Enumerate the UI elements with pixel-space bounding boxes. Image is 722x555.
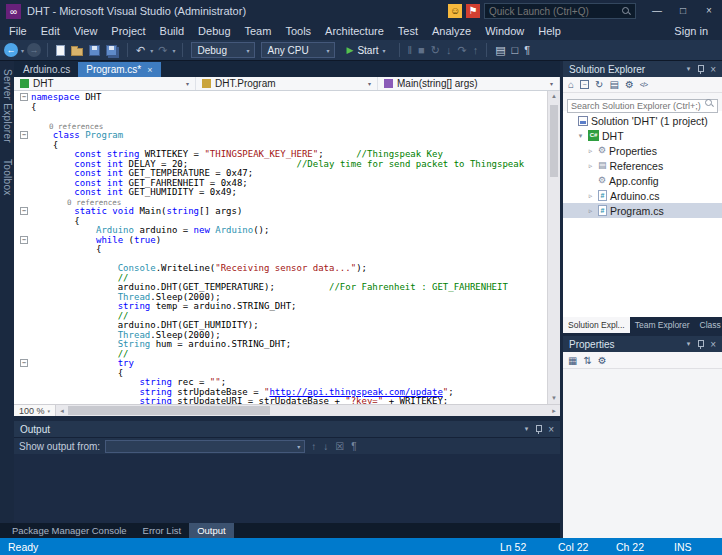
close-button[interactable]: × xyxy=(696,2,722,20)
undo-icon[interactable]: ↶ xyxy=(134,43,147,57)
step-into-icon[interactable]: ↓ xyxy=(444,43,454,57)
undo-dropdown-icon[interactable]: ▾ xyxy=(150,47,153,54)
pin-icon[interactable] xyxy=(696,339,704,349)
menu-item-file[interactable]: File xyxy=(2,23,34,39)
editor-vertical-scrollbar[interactable]: ▲ ▼ xyxy=(547,91,560,404)
panel-tab-class-view[interactable]: Class View xyxy=(695,317,722,333)
document-tab-arduino-cs[interactable]: Arduino.cs xyxy=(15,62,78,77)
side-tab-server-explorer[interactable]: Server Explorer xyxy=(1,61,14,151)
maximize-button[interactable]: □ xyxy=(670,2,696,20)
refresh-icon[interactable]: ↻ xyxy=(595,79,603,90)
solution-platforms-dropdown[interactable]: Any CPU ▾ xyxy=(261,42,335,58)
menu-item-edit[interactable]: Edit xyxy=(34,23,67,39)
collapse-all-icon[interactable]: − xyxy=(580,80,589,89)
break-all-icon[interactable]: ‖ xyxy=(406,43,415,57)
panel-tab-output[interactable]: Output xyxy=(189,523,234,538)
member-dropdown[interactable]: Main(string[] args) ▾ xyxy=(378,77,560,90)
alphabetical-icon[interactable]: ⇅ xyxy=(583,355,591,366)
minimize-button[interactable]: — xyxy=(644,2,670,20)
clear-all-output-icon[interactable]: ☒ xyxy=(334,441,345,452)
categorized-icon[interactable]: ▦ xyxy=(568,355,577,366)
code-area[interactable]: −namespace DHT{ 0 references− class Prog… xyxy=(14,91,547,404)
window-position-icon[interactable]: ▾ xyxy=(687,340,691,348)
code-editor[interactable]: −namespace DHT{ 0 references− class Prog… xyxy=(14,91,560,404)
home-icon[interactable]: ⌂ xyxy=(568,79,574,90)
find-in-files-icon[interactable]: ▤ xyxy=(493,43,507,57)
scroll-down-icon[interactable]: ▼ xyxy=(548,393,560,404)
side-tab-toolbox[interactable]: Toolbox xyxy=(1,151,14,204)
document-tab-program-cs[interactable]: Program.cs*× xyxy=(78,62,160,77)
panel-tab-error-list[interactable]: Error List xyxy=(135,523,190,538)
menu-item-analyze[interactable]: Analyze xyxy=(425,23,478,39)
menu-item-test[interactable]: Test xyxy=(391,23,425,39)
notifications-icon[interactable]: ⚑ xyxy=(466,4,480,18)
solution-explorer-search-input[interactable] xyxy=(567,99,718,113)
menu-item-tools[interactable]: Tools xyxy=(278,23,318,39)
tree-item-dht[interactable]: ▾C#DHT xyxy=(563,128,722,143)
close-panel-icon[interactable]: × xyxy=(710,64,716,75)
menu-item-architecture[interactable]: Architecture xyxy=(318,23,391,39)
step-over-icon[interactable]: ↷ xyxy=(455,43,468,57)
scroll-right-icon[interactable]: ▸ xyxy=(548,405,560,416)
panel-tab-team-explorer[interactable]: Team Explorer xyxy=(630,317,695,333)
navigate-back-dropdown-icon[interactable]: ▾ xyxy=(21,47,24,54)
menu-item-build[interactable]: Build xyxy=(153,23,191,39)
save-all-icon[interactable] xyxy=(106,45,117,56)
property-pages-icon[interactable]: ⚙ xyxy=(598,355,607,366)
goto-next-message-icon[interactable]: ↓ xyxy=(322,441,329,452)
project-dropdown[interactable]: DHT ▾ xyxy=(14,77,196,90)
scroll-left-icon[interactable]: ◂ xyxy=(56,405,68,416)
horizontal-scroll-track[interactable] xyxy=(68,405,548,416)
pin-icon[interactable] xyxy=(696,64,704,74)
solution-configurations-dropdown[interactable]: Debug ▾ xyxy=(191,42,255,58)
open-file-icon[interactable] xyxy=(71,48,83,56)
fold-collapse-icon[interactable]: − xyxy=(20,207,28,215)
goto-previous-message-icon[interactable]: ↑ xyxy=(310,441,317,452)
window-position-icon[interactable]: ▾ xyxy=(687,65,691,73)
new-file-icon[interactable] xyxy=(56,45,65,56)
horizontal-scroll-thumb[interactable] xyxy=(68,406,270,415)
fold-collapse-icon[interactable]: − xyxy=(20,131,28,139)
panel-tab-solution-expl[interactable]: Solution Expl... xyxy=(563,317,630,333)
zoom-dropdown[interactable]: 100 % ▾ xyxy=(14,405,56,416)
properties-icon[interactable]: ⚙ xyxy=(625,79,634,90)
menu-item-debug[interactable]: Debug xyxy=(191,23,237,39)
tree-item-app-config[interactable]: ⚙App.config xyxy=(563,173,722,188)
type-dropdown[interactable]: DHT.Program ▾ xyxy=(196,77,378,90)
save-icon[interactable] xyxy=(89,45,100,56)
fold-collapse-icon[interactable]: − xyxy=(20,236,28,244)
navigate-forward-icon[interactable]: → xyxy=(27,43,41,57)
comment-icon[interactable]: ¶ xyxy=(522,43,532,57)
scroll-up-icon[interactable]: ▲ xyxy=(548,91,560,102)
collapsed-arrow-icon[interactable]: ▹ xyxy=(586,192,595,200)
close-panel-icon[interactable]: × xyxy=(548,424,554,435)
show-output-from-dropdown[interactable]: ▾ xyxy=(105,440,305,453)
tree-item-solution-dht-1-project[interactable]: Solution 'DHT' (1 project) xyxy=(563,113,722,128)
redo-dropdown-icon[interactable]: ▾ xyxy=(172,47,175,54)
menu-item-view[interactable]: View xyxy=(67,23,105,39)
collapsed-arrow-icon[interactable]: ▹ xyxy=(586,207,595,215)
pin-icon[interactable] xyxy=(534,424,542,434)
collapsed-arrow-icon[interactable]: ▹ xyxy=(586,162,595,170)
sign-in-button[interactable]: Sign in xyxy=(662,25,720,37)
tree-item-arduino-cs[interactable]: ▹#Arduino.cs xyxy=(563,188,722,203)
navigate-back-icon[interactable]: ← xyxy=(4,43,18,57)
menu-item-team[interactable]: Team xyxy=(238,23,279,39)
fold-collapse-icon[interactable]: − xyxy=(20,359,28,367)
restart-icon[interactable]: ↻ xyxy=(429,43,442,57)
vertical-scroll-thumb[interactable] xyxy=(550,105,558,177)
menu-item-help[interactable]: Help xyxy=(531,23,568,39)
fold-collapse-icon[interactable]: − xyxy=(20,93,28,101)
tree-item-properties[interactable]: ▹⚙Properties xyxy=(563,143,722,158)
menu-item-window[interactable]: Window xyxy=(478,23,531,39)
menu-item-project[interactable]: Project xyxy=(104,23,152,39)
collapsed-arrow-icon[interactable]: ▹ xyxy=(586,147,595,155)
close-panel-icon[interactable]: × xyxy=(710,339,716,350)
window-position-icon[interactable]: ▾ xyxy=(525,425,529,433)
bookmark-icon[interactable]: □ xyxy=(510,43,521,57)
close-tab-icon[interactable]: × xyxy=(147,65,152,75)
expanded-arrow-icon[interactable]: ▾ xyxy=(576,132,585,140)
step-out-icon[interactable]: ↑ xyxy=(471,43,481,57)
feedback-icon[interactable]: ☺ xyxy=(448,4,462,18)
show-all-files-icon[interactable]: ▤ xyxy=(609,79,618,90)
